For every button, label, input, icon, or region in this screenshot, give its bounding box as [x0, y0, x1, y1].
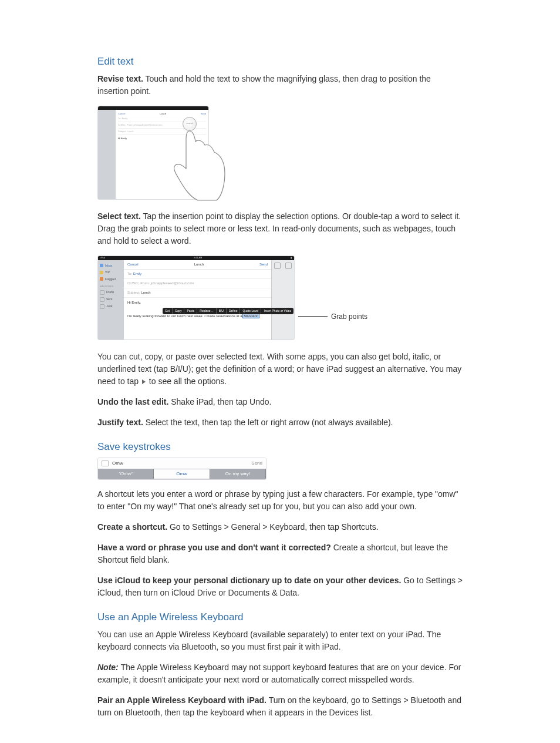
popover-biu: B/U	[217, 308, 227, 315]
lead-undo: Undo the last edit.	[97, 397, 168, 406]
fig2-body: I'm really looking forward to our lunch …	[127, 314, 243, 318]
fig2-status-left: iPad	[100, 256, 105, 260]
sidebar-heading-mailboxes: MAILBOXES	[100, 285, 123, 288]
para-pair-keyboard: Pair an Apple Wireless Keyboard with iPa…	[97, 694, 463, 719]
popover-define: Define	[227, 308, 240, 315]
sidebar-item-junk: Junk	[99, 303, 123, 310]
popover-cut: Cut	[163, 308, 173, 315]
body-select: Tap the insertion point to display the s…	[97, 211, 461, 246]
lead-notcorrect: Have a word or phrase you use and don't …	[97, 543, 331, 552]
body-revise: Touch and hold the text to show the magn…	[97, 74, 431, 96]
fig2-selection: Mandarin	[243, 314, 259, 318]
para-undo: Undo the last edit. Shake iPad, then tap…	[97, 396, 463, 408]
para-justify: Justify text. Select the text, then tap …	[97, 416, 463, 429]
fig3-sugg-mid: Omw	[154, 469, 210, 479]
figure-selection-compose: iPad 9:41 AM ▮ Inbox VIP Flagged MAILBOX…	[97, 255, 295, 340]
fig2-subject-val: Lunch	[141, 291, 150, 294]
popover-paste: Paste	[184, 308, 197, 315]
popover-replace: Replace…	[197, 308, 216, 315]
heading-edit-text: Edit text	[97, 54, 463, 69]
popover-quote: Quote Level	[240, 308, 261, 315]
fig2-edit-popover: Cut Copy Paste Replace… B/U Define Quote…	[163, 308, 294, 315]
fig3-sugg-quoted: "Omw"	[98, 469, 154, 479]
lead-pair: Pair an Apple Wireless Keyboard with iPa…	[97, 695, 266, 705]
fig2-cancel: Cancel	[127, 262, 139, 267]
hand-drag-icon	[156, 126, 226, 203]
body-note: The Apple Wireless Keyboard may not supp…	[97, 663, 461, 684]
figure-shortcut-bar: Omw Send "Omw" Omw On my way!	[97, 458, 266, 480]
sidebar-item-vip: VIP	[99, 269, 123, 276]
heading-wireless-keyboard: Use an Apple Wireless Keyboard	[97, 610, 463, 625]
sidebar-item-drafts: Drafts	[99, 289, 123, 296]
para-select-text: Select text. Tap the insertion point to …	[97, 210, 463, 247]
fig2-send: Send	[259, 262, 268, 267]
fig1-cancel: Cancel	[118, 112, 125, 116]
fig2-title: Lunch	[194, 262, 204, 267]
camera-icon	[102, 460, 109, 466]
fig2-to-val: Emily	[133, 272, 142, 275]
fig2-sidebar: Inbox VIP Flagged MAILBOXES Drafts Sent …	[98, 260, 124, 339]
triangle-right-icon	[142, 379, 146, 384]
lead-create-shortcut: Create a shortcut.	[97, 522, 167, 532]
callout-grab-points: Grab points	[331, 311, 367, 322]
body-create-shortcut: Go to Settings > General > Keyboard, the…	[167, 522, 379, 532]
sidebar-item-inbox: Inbox	[99, 263, 123, 270]
para-wireless-intro: You can use an Apple Wireless Keyboard (…	[97, 628, 463, 653]
popover-copy: Copy	[173, 308, 185, 315]
para-cut-copy: You can cut, copy, or paste over selecte…	[97, 351, 463, 388]
sidebar-item-sent: Sent	[99, 296, 123, 303]
body-justify: Select the text, then tap the left or ri…	[143, 418, 393, 427]
fig2-greeting: Hi Emily,	[127, 300, 268, 305]
fig3-input-text: Omw	[112, 460, 123, 467]
fig2-cc: Cc/Bcc, From: johnappleseed@icloud.com	[124, 279, 271, 288]
popover-insert-photo: Insert Photo or Video	[261, 308, 294, 315]
heading-save-keystrokes: Save keystrokes	[97, 439, 463, 455]
lead-note: Note:	[97, 663, 121, 672]
sidebar-item-flagged: Flagged	[99, 276, 123, 283]
para-revise-text: Revise text. Touch and hold the text to …	[97, 73, 463, 98]
body-cutcopy-2: to see all the options.	[147, 376, 227, 386]
lead-select: Select text.	[97, 211, 141, 221]
para-shortcut-intro: A shortcut lets you enter a word or phra…	[97, 488, 463, 513]
figure-magnify-compose: Cancel Lunch Send To: Emily Cc/Bcc, From…	[97, 106, 209, 200]
lead-justify: Justify text.	[97, 418, 143, 427]
body-undo: Shake iPad, then tap Undo.	[168, 397, 271, 406]
search-icon	[274, 263, 281, 269]
fig2-subject-label: Subject:	[127, 291, 140, 294]
para-wireless-note: Note: The Apple Wireless Keyboard may no…	[97, 661, 463, 686]
fig1-send: Send	[201, 112, 206, 116]
battery-icon: ▮	[291, 256, 292, 260]
fig2-to-label: To:	[127, 272, 132, 275]
para-create-shortcut: Create a shortcut. Go to Settings > Gene…	[97, 521, 463, 533]
lead-icloud: Use iCloud to keep your personal diction…	[97, 576, 401, 585]
fig3-send: Send	[251, 460, 262, 467]
para-not-correct: Have a word or phrase you use and don't …	[97, 542, 463, 566]
fig2-status-time: 9:41 AM	[194, 256, 203, 260]
callout-line	[298, 316, 328, 317]
para-icloud-dict: Use iCloud to keep your personal diction…	[97, 574, 463, 599]
fig1-title: Lunch	[160, 112, 166, 116]
lead-revise: Revise text.	[97, 74, 143, 83]
compose-icon	[285, 263, 292, 269]
fig3-sugg-expand: On my way!	[210, 469, 266, 479]
